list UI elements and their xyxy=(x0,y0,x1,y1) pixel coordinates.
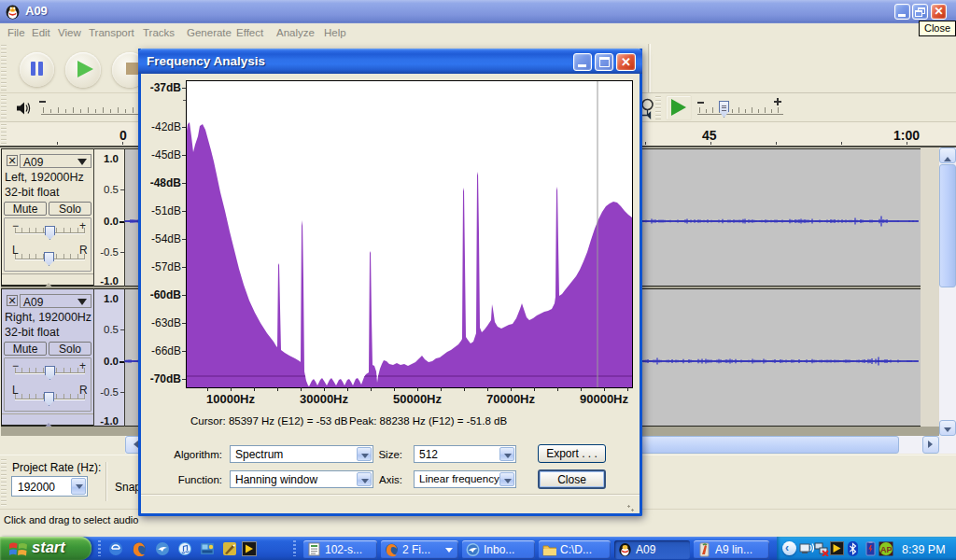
svg-text:AP: AP xyxy=(880,545,893,554)
